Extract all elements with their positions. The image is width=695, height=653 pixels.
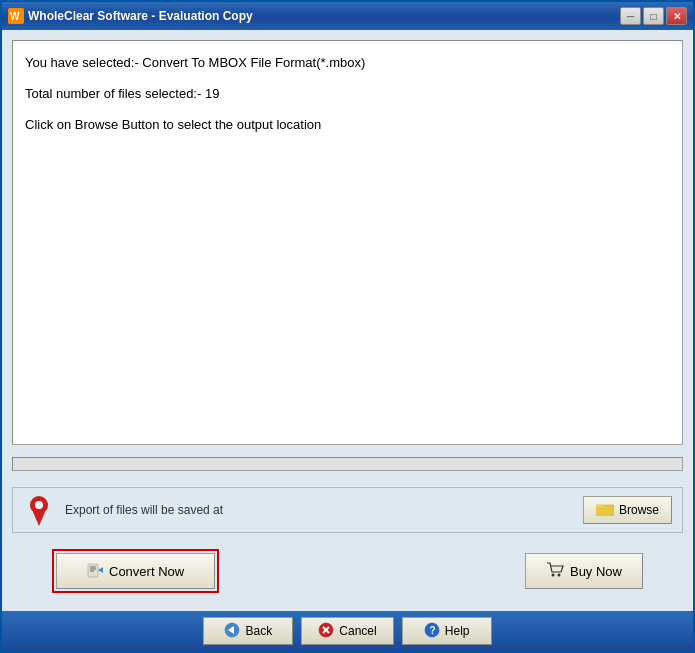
app-icon: W xyxy=(8,8,24,24)
help-button[interactable]: ? Help xyxy=(402,617,492,645)
info-line-3: Click on Browse Button to select the out… xyxy=(25,115,670,136)
title-bar: W WholeClear Software - Evaluation Copy … xyxy=(2,2,693,30)
svg-text:?: ? xyxy=(429,625,435,636)
cart-icon xyxy=(546,562,564,581)
progress-area xyxy=(12,453,683,479)
close-button[interactable]: ✕ xyxy=(666,7,687,25)
back-button[interactable]: Back xyxy=(203,617,293,645)
action-row: Convert Now Buy Now xyxy=(12,541,683,601)
bottom-bar: Back Cancel ? Help xyxy=(2,611,693,651)
buy-now-label: Buy Now xyxy=(570,564,622,579)
info-line-2: Total number of files selected:- 19 xyxy=(25,84,670,105)
location-pin-icon xyxy=(23,494,55,526)
progress-track xyxy=(12,457,683,471)
minimize-button[interactable]: ─ xyxy=(620,7,641,25)
convert-now-label: Convert Now xyxy=(109,564,184,579)
convert-now-button[interactable]: Convert Now xyxy=(56,553,215,589)
svg-text:W: W xyxy=(10,11,20,22)
cancel-label: Cancel xyxy=(339,624,376,638)
browse-label: Browse xyxy=(619,503,659,517)
window-controls: ─ □ ✕ xyxy=(620,7,687,25)
convert-icon xyxy=(87,562,103,581)
svg-point-14 xyxy=(557,573,560,576)
info-panel: You have selected:- Convert To MBOX File… xyxy=(12,40,683,445)
main-window: W WholeClear Software - Evaluation Copy … xyxy=(0,0,695,653)
window-title: WholeClear Software - Evaluation Copy xyxy=(28,9,616,23)
cancel-icon xyxy=(318,622,334,641)
svg-marker-12 xyxy=(98,567,103,573)
browse-button[interactable]: Browse xyxy=(583,496,672,524)
info-line-1: You have selected:- Convert To MBOX File… xyxy=(25,53,670,74)
back-label: Back xyxy=(245,624,272,638)
window-body: You have selected:- Convert To MBOX File… xyxy=(2,30,693,611)
save-location-label: Export of files will be saved at xyxy=(65,503,573,517)
convert-now-highlight: Convert Now xyxy=(52,549,219,593)
buy-now-button[interactable]: Buy Now xyxy=(525,553,643,589)
maximize-button[interactable]: □ xyxy=(643,7,664,25)
svg-point-3 xyxy=(35,501,43,509)
svg-marker-4 xyxy=(33,512,45,526)
back-icon xyxy=(224,622,240,641)
folder-icon xyxy=(596,502,614,519)
svg-rect-7 xyxy=(596,507,604,509)
help-label: Help xyxy=(445,624,470,638)
help-icon: ? xyxy=(424,622,440,641)
save-location-row: Export of files will be saved at Browse xyxy=(12,487,683,533)
svg-point-13 xyxy=(551,573,554,576)
cancel-button[interactable]: Cancel xyxy=(301,617,393,645)
